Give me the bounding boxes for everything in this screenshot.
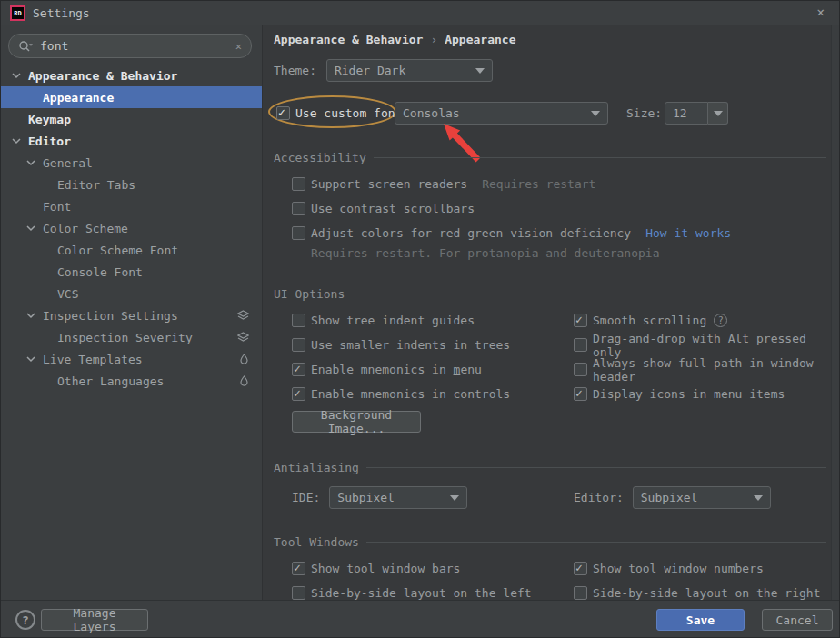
how-it-works-link[interactable]: How it works (645, 226, 731, 240)
theme-dropdown[interactable]: Rider Dark (326, 59, 493, 82)
contrast-scrollbars-row: Use contrast scrollbars (292, 197, 475, 220)
tool-window-numbers-checkbox[interactable] (574, 562, 587, 575)
ide-antialiasing-dropdown[interactable]: Subpixel (329, 486, 467, 509)
sidebar-item-font[interactable]: Font (1, 195, 262, 217)
mnemonics-menu-row: Enable mnemonics in menu (292, 358, 482, 381)
smooth-scrolling-row: Smooth scrolling ? (574, 309, 727, 332)
support-screen-readers-checkbox[interactable] (292, 177, 305, 191)
chevron-down-icon[interactable] (26, 312, 43, 319)
font-family-dropdown[interactable]: Consolas (395, 102, 608, 125)
breadcrumb-parent[interactable]: Appearance & Behavior (274, 33, 423, 46)
side-by-side-left-row: Side-by-side layout on the left (292, 582, 532, 600)
tool-window-bars-row: Show tool window bars (292, 557, 460, 580)
droplet-icon (239, 375, 249, 386)
mnemonics-menu-checkbox[interactable] (292, 363, 305, 376)
chevron-down-icon[interactable] (12, 137, 28, 145)
droplet-icon (239, 354, 249, 364)
theme-label: Theme: (274, 64, 316, 77)
sidebar-item-editor-tabs[interactable]: Editor Tabs (1, 174, 262, 195)
support-screen-readers-row: Support screen readers Requires restart (292, 173, 595, 195)
cancel-button[interactable]: Cancel (762, 609, 833, 631)
chevron-down-icon (450, 495, 459, 501)
chevron-down-icon[interactable] (26, 159, 43, 166)
sidebar-item-color-scheme[interactable]: Color Scheme (1, 217, 262, 239)
font-size-label: Size: (626, 106, 662, 120)
tool-window-numbers-row: Show tool window numbers (574, 557, 764, 580)
clear-search-icon[interactable]: ✕ (235, 40, 242, 53)
requires-restart-comment: Requires restart (482, 177, 595, 191)
sidebar-item-appearance-behavior[interactable]: Appearance & Behavior (1, 65, 262, 86)
settings-tree: Appearance & Behavior Appearance Keymap … (1, 65, 262, 392)
save-button[interactable]: Save (656, 609, 745, 631)
editor-antialiasing-dropdown[interactable]: Subpixel (633, 486, 771, 509)
sidebar-item-general[interactable]: General (1, 152, 262, 174)
ui-options-section-header: UI Options (274, 286, 826, 301)
red-green-vision-checkbox[interactable] (292, 226, 305, 240)
sidebar-item-inspection-severity[interactable]: Inspection Severity (1, 326, 262, 348)
window-title: Settings (33, 6, 90, 20)
chevron-down-icon[interactable] (26, 355, 43, 363)
side-by-side-left-checkbox[interactable] (292, 586, 305, 600)
layers-icon (237, 310, 249, 321)
settings-sidebar: ✕ Appearance & Behavior Appearance Keyma… (1, 25, 263, 600)
use-custom-font-label: Use custom font: (295, 106, 409, 120)
dialog-footer: ? Manage Layers Save Cancel (1, 600, 839, 638)
chevron-down-icon (754, 495, 763, 501)
vertical-scrollbar[interactable] (831, 25, 839, 600)
chevron-down-icon (591, 111, 600, 116)
breadcrumb-separator: › (430, 33, 437, 46)
sidebar-item-appearance[interactable]: Appearance (1, 86, 262, 108)
sidebar-item-console-font[interactable]: Console Font (1, 261, 262, 283)
antialiasing-section-header: Antialiasing (274, 460, 826, 474)
chevron-down-icon[interactable] (26, 224, 43, 232)
font-size-dropdown[interactable]: 12 (665, 102, 728, 125)
use-custom-font-checkbox[interactable] (276, 106, 290, 120)
ide-antialiasing-row: IDE: Subpixel (292, 486, 467, 509)
side-by-side-right-row: Side-by-side layout on the right (574, 582, 820, 600)
close-icon[interactable]: ✕ (817, 5, 825, 19)
sidebar-item-inspection-settings[interactable]: Inspection Settings (1, 304, 262, 326)
sidebar-item-editor[interactable]: Editor (1, 130, 262, 152)
background-image-button[interactable]: Background Image... (292, 411, 421, 433)
help-button[interactable]: ? (15, 610, 35, 630)
smooth-scrolling-checkbox[interactable] (574, 314, 587, 327)
full-path-header-checkbox[interactable] (574, 363, 587, 376)
settings-dialog: RD Settings ✕ ✕ Appearance & Behavior Ap… (0, 0, 840, 638)
editor-antialiasing-row: Editor: Subpixel (574, 486, 771, 509)
custom-font-row: Use custom font: (276, 102, 409, 125)
mnemonics-controls-checkbox[interactable] (292, 387, 305, 401)
editor-aa-label: Editor: (574, 491, 624, 504)
sidebar-item-live-templates[interactable]: Live Templates (1, 348, 262, 370)
ide-aa-label: IDE: (292, 491, 320, 504)
smaller-indents-checkbox[interactable] (292, 338, 305, 352)
search-icon (18, 40, 33, 52)
tree-indent-guides-row: Show tree indent guides (292, 309, 475, 332)
tool-window-bars-checkbox[interactable] (292, 562, 305, 575)
search-input[interactable] (40, 39, 235, 53)
protanopia-note: Requires restart. For protanopia and deu… (311, 246, 660, 260)
manage-layers-button[interactable]: Manage Layers (41, 609, 148, 631)
accessibility-section-header: Accessibility (274, 150, 826, 164)
settings-search[interactable]: ✕ (8, 34, 252, 58)
breadcrumb: Appearance & Behavior › Appearance (274, 33, 515, 46)
tree-indent-guides-checkbox[interactable] (292, 314, 305, 327)
sidebar-item-keymap[interactable]: Keymap (1, 108, 262, 130)
sidebar-item-other-languages[interactable]: Other Languages (1, 370, 262, 392)
drag-drop-alt-row: Drag-and-drop with Alt pressed only (574, 334, 839, 356)
sidebar-item-color-scheme-font[interactable]: Color Scheme Font (1, 239, 262, 261)
contrast-scrollbars-checkbox[interactable] (292, 202, 305, 215)
sidebar-item-vcs[interactable]: VCS (1, 283, 262, 304)
red-green-vision-row: Adjust colors for red-green vision defic… (292, 222, 731, 244)
mnemonics-controls-row: Enable mnemonics in controls (292, 383, 510, 405)
tool-windows-section-header: Tool Windows (274, 534, 826, 549)
chevron-down-icon[interactable] (12, 72, 28, 79)
side-by-side-right-checkbox[interactable] (574, 586, 587, 600)
icons-in-menu-checkbox[interactable] (574, 387, 587, 401)
drag-drop-alt-checkbox[interactable] (574, 338, 587, 352)
title-bar: RD Settings ✕ (1, 1, 839, 25)
chevron-down-icon[interactable] (708, 102, 728, 125)
breadcrumb-current: Appearance (445, 33, 515, 46)
chevron-down-icon (475, 68, 485, 74)
layers-icon (237, 332, 249, 343)
help-icon[interactable]: ? (714, 314, 727, 327)
